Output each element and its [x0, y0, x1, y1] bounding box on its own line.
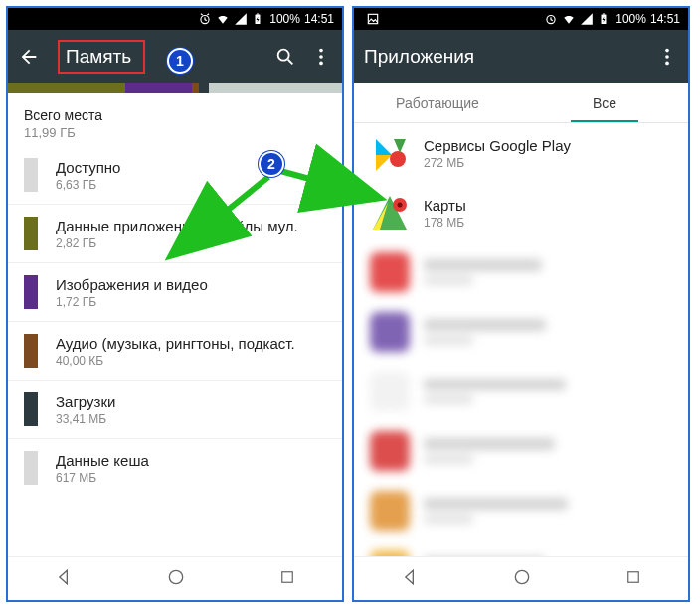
svg-point-15	[665, 62, 669, 66]
app-item-label: Карты	[424, 197, 466, 214]
svg-point-14	[665, 55, 669, 59]
app-icon-placeholder	[370, 491, 410, 531]
status-bar: 100% 14:51	[8, 8, 342, 30]
app-item-label: Сервисы Google Play	[424, 137, 571, 154]
storage-item-value: 40,00 КБ	[56, 354, 295, 368]
tab-all[interactable]: Все	[521, 83, 688, 122]
storage-item-value: 1,72 ГБ	[56, 295, 208, 309]
storage-item-value: 2,82 ГБ	[56, 236, 298, 250]
nav-recent-icon[interactable]	[278, 568, 296, 590]
maps-icon	[370, 193, 410, 232]
storage-swatch	[24, 275, 38, 309]
storage-item[interactable]: Данные приложений и файлы мул. 2,82 ГБ	[8, 204, 342, 262]
tab-running[interactable]: Работающие	[354, 83, 521, 122]
storage-swatch	[24, 334, 38, 368]
alarm-icon	[198, 12, 212, 26]
storage-item-label: Данные кеша	[56, 452, 149, 469]
app-item-blurred	[354, 481, 688, 540]
storage-item[interactable]: Загрузки 33,41 МБ	[8, 380, 342, 438]
app-item[interactable]: Карты 178 МБ	[354, 183, 688, 242]
storage-item[interactable]: Доступно 6,63 ГБ	[8, 146, 342, 204]
nav-home-icon[interactable]	[166, 567, 186, 591]
battery-icon	[598, 12, 612, 26]
storage-item[interactable]: Данные кеша 617 МБ	[8, 438, 342, 497]
svg-rect-9	[368, 14, 377, 23]
nav-home-icon[interactable]	[512, 567, 532, 591]
storage-item-label: Доступно	[56, 159, 120, 176]
nav-recent-icon[interactable]	[624, 568, 642, 590]
app-icon-placeholder	[370, 372, 410, 411]
app-item[interactable]: Сервисы Google Play 272 МБ	[354, 123, 688, 183]
svg-rect-8	[281, 571, 292, 582]
svg-point-20	[515, 570, 528, 583]
svg-rect-12	[603, 14, 605, 15]
svg-point-4	[319, 49, 323, 53]
wifi-icon	[562, 12, 576, 26]
app-icon-placeholder	[370, 252, 410, 292]
storage-total-label: Всего места	[24, 107, 326, 123]
svg-point-3	[278, 50, 289, 61]
storage-swatch	[24, 217, 38, 250]
annotation-badge-1: 1	[167, 48, 193, 74]
battery-percent: 100%	[269, 12, 300, 26]
back-icon[interactable]	[18, 46, 40, 68]
storage-swatch	[24, 392, 38, 426]
nav-back-icon[interactable]	[400, 567, 420, 591]
storage-item-label: Изображения и видео	[56, 276, 208, 293]
storage-total: Всего места 11,99 ГБ	[8, 93, 342, 146]
clock: 14:51	[304, 12, 334, 26]
svg-point-5	[319, 55, 323, 59]
page-title: Приложения	[364, 46, 642, 68]
app-item-size: 178 МБ	[424, 216, 466, 230]
app-item-blurred	[354, 421, 688, 481]
navbar	[8, 556, 342, 600]
app-item-blurred	[354, 362, 688, 421]
app-icon-placeholder	[370, 431, 410, 471]
storage-item-value: 617 МБ	[56, 471, 149, 485]
search-icon[interactable]	[274, 46, 296, 68]
app-item-blurred	[354, 242, 688, 302]
alarm-icon	[544, 12, 558, 26]
storage-swatch	[24, 158, 38, 192]
signal-icon	[580, 12, 594, 26]
overflow-menu-icon[interactable]	[310, 46, 332, 68]
signal-icon	[234, 12, 248, 26]
nav-back-icon[interactable]	[54, 567, 74, 591]
storage-list: Доступно 6,63 ГБ Данные приложений и фай…	[8, 146, 342, 556]
svg-point-7	[169, 570, 182, 583]
wifi-icon	[216, 12, 230, 26]
svg-point-13	[665, 49, 669, 53]
svg-rect-2	[257, 14, 259, 15]
screenshot-icon	[366, 12, 380, 26]
annotation-badge-2: 2	[259, 151, 284, 177]
storage-item-value: 6,63 ГБ	[56, 178, 120, 192]
svg-point-19	[398, 203, 403, 208]
svg-point-16	[390, 151, 406, 167]
app-item-blurred	[354, 540, 688, 556]
overflow-menu-icon[interactable]	[656, 46, 678, 68]
storage-item[interactable]: Изображения и видео 1,72 ГБ	[8, 262, 342, 321]
battery-percent: 100%	[615, 12, 646, 26]
app-item-blurred	[354, 302, 688, 362]
storage-total-value: 11,99 ГБ	[24, 125, 326, 140]
battery-icon	[252, 12, 265, 26]
storage-item-value: 33,41 МБ	[56, 412, 115, 426]
storage-item-label: Аудио (музыка, рингтоны, подкаст.	[56, 335, 295, 352]
page-title: Память	[58, 40, 145, 74]
play-services-icon	[370, 133, 410, 173]
storage-swatch	[24, 451, 38, 485]
svg-rect-21	[627, 571, 638, 582]
storage-item[interactable]: Аудио (музыка, рингтоны, подкаст. 40,00 …	[8, 321, 342, 380]
phone-left-storage: 100% 14:51 Память Всего места 11	[6, 6, 344, 602]
storage-item-label: Загрузки	[56, 393, 115, 410]
clock: 14:51	[650, 12, 680, 26]
app-icon-placeholder	[370, 550, 410, 556]
app-icon-placeholder	[370, 312, 410, 352]
tabs: Работающие Все	[354, 83, 688, 123]
status-bar: 100% 14:51	[354, 8, 688, 30]
appbar-apps: Приложения	[354, 30, 688, 83]
storage-usage-bar	[8, 83, 342, 93]
svg-point-6	[319, 62, 323, 66]
app-item-size: 272 МБ	[424, 156, 571, 170]
phone-right-apps: 100% 14:51 Приложения Работающие Все Сер…	[352, 6, 690, 602]
